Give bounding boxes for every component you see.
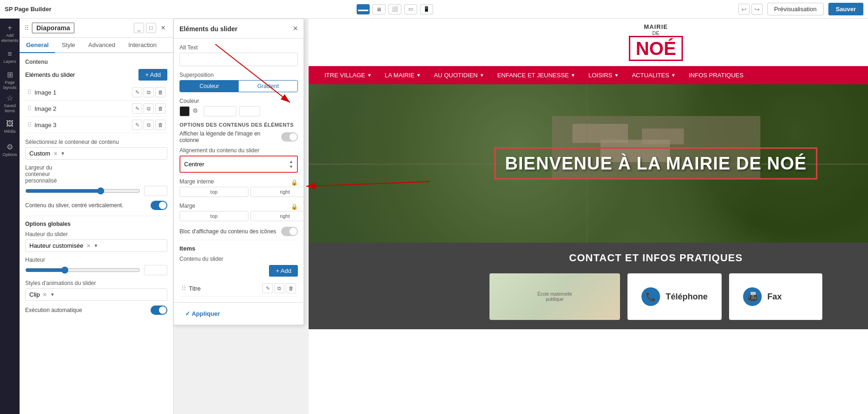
hauteur-select[interactable]: Hauteur customisée ✕ ▼ — [25, 239, 167, 252]
device-desktop[interactable]: 🖥 — [372, 4, 386, 14]
slider-item-image2: ⠿ Image 2 ✎ ⧉ 🗑 — [25, 101, 167, 117]
undo-redo-group: ↩ ↪ — [738, 4, 763, 15]
items-add-button[interactable]: + Add — [269, 265, 298, 277]
nav-item-mairie[interactable]: LA MAIRIE ▼ — [378, 66, 427, 84]
logo-noe: NOÉ — [629, 36, 683, 61]
sidebar-item-add-elements[interactable]: + Addelements — [1, 22, 19, 45]
marge-interne-top[interactable] — [179, 187, 248, 197]
redo-button[interactable]: ↪ — [751, 4, 763, 15]
telephone-card: 📞 Téléphone — [627, 273, 722, 320]
tab-advanced[interactable]: Advanced — [82, 38, 122, 53]
width-range-input[interactable] — [25, 187, 140, 195]
hauteur-value: Hauteur customisée — [29, 242, 83, 249]
edit-image2[interactable]: ✎ — [132, 103, 142, 114]
panel-icon-maximize[interactable]: □ — [146, 23, 156, 33]
copy-image3[interactable]: ⧉ — [144, 120, 154, 130]
slider-item-actions-image3: ✎ ⧉ 🗑 — [132, 120, 165, 130]
sidebar-item-media[interactable]: 🖼 Média — [1, 115, 19, 138]
color-opacity-input[interactable]: 16% — [239, 106, 260, 116]
autoexec-toggle[interactable] — [151, 305, 167, 315]
titre-drag-handle[interactable]: ⠿ — [181, 285, 186, 292]
alt-text-input[interactable] — [179, 53, 298, 66]
appliquer-button[interactable]: ✓ Appliquer — [179, 307, 226, 320]
device-mobile[interactable]: 📱 — [420, 4, 433, 14]
slider-item-actions-image2: ✎ ⧉ 🗑 — [132, 103, 165, 114]
nav-item-quotidien[interactable]: AU QUOTIDIEN ▼ — [427, 66, 491, 84]
sidebar-item-options[interactable]: ⚙ Options — [1, 139, 19, 161]
left-panel: ⠿ Diaporama _ □ × General Style Advanced… — [20, 19, 173, 414]
nav-item-actualites[interactable]: ACTUALITES ▼ — [625, 66, 682, 84]
edit-image1[interactable]: ✎ — [132, 87, 142, 97]
marge-interne-right[interactable] — [250, 187, 303, 197]
color-hex-input[interactable]: 1D1D1B — [204, 106, 236, 116]
copy-image2[interactable]: ⧉ — [144, 103, 154, 114]
hauteur-chevron-icon: ▼ — [94, 243, 98, 248]
tab-style[interactable]: Style — [55, 38, 82, 53]
preview-button[interactable]: Prévisualisation — [767, 3, 824, 15]
panel-icon-minimize[interactable]: _ — [134, 23, 144, 33]
drag-handle-image3[interactable]: ⠿ — [27, 121, 32, 129]
height-field: Hauteur 400 — [25, 257, 167, 275]
panel-content: Contenu Eléments du slider + Add ⠿ Image… — [20, 53, 173, 414]
bloc-toggle[interactable] — [281, 227, 298, 236]
superposition-tab-gradient[interactable]: Gradient — [239, 81, 297, 92]
elements-label: Eléments du slider — [25, 71, 75, 78]
color-settings-icon[interactable]: ⚙ — [193, 107, 201, 115]
device-tablet[interactable]: ▭ — [404, 4, 417, 14]
save-button[interactable]: Sauver — [828, 3, 863, 15]
container-select-label: Sélectionnez le conteneur de contenu — [25, 139, 167, 145]
superposition-tab-couleur[interactable]: Couleur — [180, 81, 239, 92]
afficher-toggle[interactable] — [281, 132, 298, 142]
add-slider-button[interactable]: + Add — [138, 69, 167, 81]
select-clear-icon[interactable]: ✕ — [53, 150, 58, 157]
nav-item-infos[interactable]: INFOS PRATIQUES — [682, 66, 750, 84]
panel-drag-handle[interactable]: ⠿ — [24, 24, 29, 32]
center-toggle[interactable] — [151, 201, 167, 210]
width-range-value[interactable] — [144, 186, 167, 196]
nav-item-enfance[interactable]: ENFANCE ET JEUNESSE ▼ — [491, 66, 582, 84]
autoexec-toggle-row: Exécution automatique — [25, 305, 167, 315]
lock-icon-marge-interne[interactable]: 🔒 — [291, 179, 298, 186]
drag-handle-image1[interactable]: ⠿ — [27, 88, 32, 96]
delete-titre[interactable]: 🗑 — [286, 283, 296, 293]
animation-select[interactable]: Clip ✕ ▼ — [25, 288, 167, 301]
sidebar-item-layers[interactable]: ≡ Layers — [1, 46, 19, 68]
animation-clear-icon[interactable]: ✕ — [42, 292, 47, 298]
drag-handle-image2[interactable]: ⠿ — [27, 105, 32, 112]
info-section-title: CONTACT ET INFOS PRATIQUES — [327, 252, 868, 264]
sidebar-item-saved-items[interactable]: ☆ SavedItems — [1, 92, 19, 115]
delete-image1[interactable]: 🗑 — [155, 87, 165, 97]
slider-item-image3: ⠿ Image 3 ✎ ⧉ 🗑 — [25, 117, 167, 133]
container-select[interactable]: Custom ✕ ▼ — [25, 147, 167, 160]
edit-titre[interactable]: ✎ — [262, 283, 273, 293]
copy-image1[interactable]: ⧉ — [144, 87, 154, 97]
copy-titre[interactable]: ⧉ — [274, 283, 284, 293]
panel-close-button[interactable]: × — [158, 23, 168, 33]
nav-item-loisirs[interactable]: LOISIRS ▼ — [582, 66, 625, 84]
tab-general[interactable]: General — [20, 38, 55, 53]
titre-item: ⠿ Titre ✎ ⧉ 🗑 — [179, 280, 298, 297]
superposition-label: Superposition — [179, 72, 298, 78]
undo-button[interactable]: ↩ — [738, 4, 750, 15]
edit-image3[interactable]: ✎ — [132, 120, 142, 130]
animation-value: Clip — [29, 291, 40, 298]
marge-top[interactable] — [179, 211, 248, 221]
popup-close-button[interactable]: × — [293, 24, 298, 34]
device-desktop-full[interactable]: ▬▬ — [357, 4, 370, 14]
height-range-input[interactable] — [25, 266, 140, 274]
color-swatch[interactable] — [179, 106, 190, 116]
alignement-dropdown[interactable]: Centrer ▲ ▼ — [179, 156, 298, 173]
delete-image2[interactable]: 🗑 — [155, 103, 165, 114]
tab-interaction[interactable]: Interaction — [122, 38, 163, 53]
popup-title: Eléments du slider — [179, 25, 293, 33]
delete-image3[interactable]: 🗑 — [155, 120, 165, 130]
lock-icon-marge[interactable]: 🔒 — [291, 204, 298, 210]
sidebar-item-page-layouts[interactable]: ⊞ Pagelayouts — [1, 69, 19, 91]
marge-right[interactable] — [250, 211, 303, 221]
hauteur-clear-icon[interactable]: ✕ — [86, 243, 91, 249]
device-tablet-landscape[interactable]: ⬜ — [388, 4, 401, 14]
logo-de: DE — [629, 30, 683, 36]
nav-item-village[interactable]: ITRE VILLAGE ▼ — [318, 66, 378, 84]
center-toggle-row: Contenu du sliver, centré verticalement. — [25, 201, 167, 210]
height-range-value[interactable]: 400 — [144, 265, 167, 275]
